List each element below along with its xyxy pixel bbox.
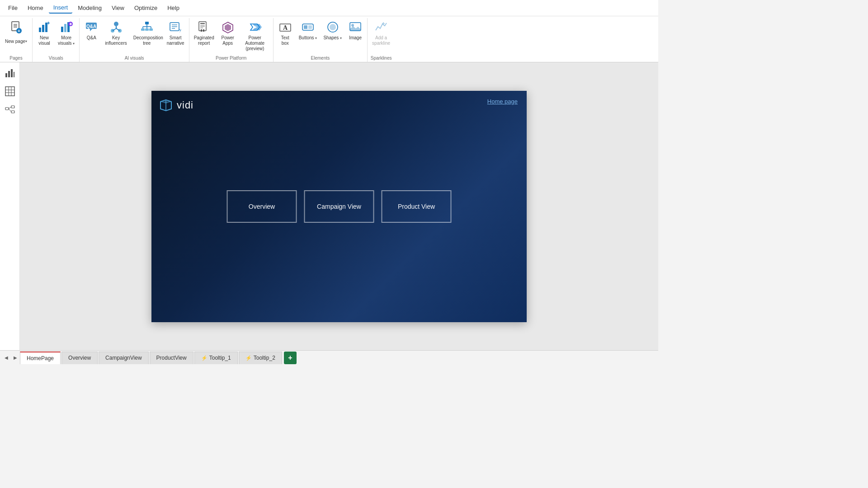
svg-rect-67 [5, 108, 9, 110]
svg-text:Q&A: Q&A [86, 24, 96, 29]
more-visuals-icon: ✦ [59, 20, 74, 34]
qa-label: Q&A [87, 35, 96, 41]
image-button[interactable]: Image [345, 18, 365, 42]
report-canvas: vidi Home page Overview Campaign View Pr… [151, 91, 527, 322]
buttons-button[interactable]: Buttons ▾ [296, 18, 320, 42]
decomposition-tree-icon [140, 20, 154, 34]
new-visual-label: Newvisual [38, 35, 50, 46]
main-area: vidi Home page Overview Campaign View Pr… [0, 62, 658, 350]
add-tab-button[interactable]: + [284, 352, 297, 364]
menu-home[interactable]: Home [23, 3, 48, 13]
shapes-button[interactable]: Shapes ▾ [321, 18, 344, 42]
text-box-label: Textbox [281, 35, 289, 46]
svg-rect-38 [200, 23, 205, 24]
svg-rect-69 [11, 111, 14, 113]
tooltip1-icon: ⚡ [201, 355, 208, 361]
key-influencers-icon [109, 20, 123, 34]
tab-homepage[interactable]: HomePage [20, 352, 61, 364]
vidi-logo-text: vidi [177, 99, 193, 111]
decomposition-tree-button[interactable]: Decompositiontree [131, 18, 163, 48]
elements-section-label: Elements [275, 54, 365, 62]
menu-help[interactable]: Help [163, 3, 184, 13]
new-page-button[interactable]: + New page ▾ [2, 18, 30, 46]
svg-rect-50 [304, 25, 307, 29]
menu-view[interactable]: View [107, 3, 129, 13]
menu-insert[interactable]: Insert [49, 2, 73, 14]
svg-rect-7 [42, 25, 44, 32]
power-automate-icon [248, 20, 262, 34]
sidebar-model-icon[interactable] [3, 102, 17, 117]
svg-rect-51 [308, 25, 312, 29]
ribbon-section-sparklines: Add asparkline Sparklines [368, 18, 395, 62]
svg-rect-6 [39, 28, 41, 32]
new-visual-icon [37, 20, 52, 34]
ribbon: + New page ▾ Pages [0, 16, 658, 62]
svg-line-70 [9, 107, 11, 109]
overview-nav-button[interactable]: Overview [227, 190, 297, 223]
menu-bar: File Home Insert Modeling View Optimize … [0, 0, 658, 16]
svg-point-55 [351, 24, 354, 27]
campaign-view-nav-button[interactable]: Campaign View [304, 190, 374, 223]
text-box-button[interactable]: A Textbox [275, 18, 295, 48]
bottom-bar: ◀ ▶ HomePage Overview CampaignView Produ… [0, 350, 658, 365]
ribbon-section-elements: A Textbox Buttons ▾ [274, 18, 368, 62]
product-view-nav-button[interactable]: Product View [382, 190, 452, 223]
add-sparkline-button[interactable]: Add asparkline [369, 18, 393, 48]
svg-line-71 [9, 109, 11, 112]
tab-tooltip2[interactable]: ⚡ Tooltip_2 [239, 352, 282, 364]
qa-button[interactable]: Q&A Q&A [81, 18, 101, 42]
home-page-link[interactable]: Home page [487, 98, 518, 105]
shapes-icon [326, 20, 340, 34]
key-influencers-button[interactable]: Keyinfluencers [102, 18, 129, 48]
image-label: Image [349, 35, 362, 41]
text-box-icon: A [278, 20, 292, 34]
menu-file[interactable]: File [4, 3, 22, 13]
svg-point-53 [330, 24, 336, 30]
tab-tooltip1-label: Tooltip_1 [209, 355, 231, 361]
svg-rect-60 [11, 69, 13, 77]
svg-rect-23 [145, 22, 149, 24]
canvas-area: vidi Home page Overview Campaign View Pr… [20, 62, 658, 350]
canvas-header: vidi Home page [151, 91, 527, 113]
tab-overview[interactable]: Overview [61, 352, 98, 364]
tab-tooltip1[interactable]: ⚡ Tooltip_1 [194, 352, 238, 364]
sidebar-chart-icon[interactable] [3, 66, 17, 80]
left-sidebar [0, 62, 20, 350]
smart-narrative-button[interactable]: Smartnarrative [164, 18, 187, 48]
sidebar-table-icon[interactable] [3, 84, 17, 99]
ribbon-section-power-platform: Paginatedreport PowerApps [189, 18, 274, 62]
new-page-label: New page [5, 39, 25, 44]
power-apps-label: PowerApps [222, 35, 234, 46]
new-visual-button[interactable]: Newvisual [34, 18, 54, 48]
power-apps-button[interactable]: PowerApps [218, 18, 238, 48]
svg-rect-61 [14, 72, 14, 77]
svg-rect-39 [200, 25, 205, 26]
ribbon-section-ai: Q&A Q&A Keyinfluencers [80, 18, 189, 62]
svg-rect-40 [200, 26, 205, 27]
more-visuals-button[interactable]: ✦ Morevisuals ▾ [55, 18, 77, 48]
qa-icon: Q&A [84, 20, 99, 34]
tab-scroll-right[interactable]: ▶ [11, 352, 20, 363]
svg-rect-30 [145, 28, 149, 31]
tooltip2-icon: ⚡ [245, 355, 252, 361]
svg-rect-43 [203, 29, 204, 32]
vidi-logo-icon [159, 98, 173, 113]
menu-optimize[interactable]: Optimize [130, 3, 162, 13]
new-page-chevron: ▾ [25, 39, 27, 43]
tab-campaignview[interactable]: CampaignView [99, 352, 149, 364]
tab-scroll-left[interactable]: ◀ [2, 352, 11, 363]
key-influencers-label: Keyinfluencers [105, 35, 127, 46]
new-page-icon: + [9, 21, 23, 38]
svg-text:A: A [283, 24, 288, 31]
power-automate-button[interactable]: Power Automate(preview) [239, 18, 271, 53]
tab-productview[interactable]: ProductView [150, 352, 193, 364]
pages-section-label: Pages [2, 54, 30, 62]
tab-tooltip2-label: Tooltip_2 [254, 355, 275, 361]
menu-modeling[interactable]: Modeling [73, 3, 106, 13]
more-visuals-label: Morevisuals ▾ [58, 35, 75, 46]
svg-rect-41 [200, 28, 203, 28]
svg-text:+: + [18, 28, 20, 33]
paginated-report-button[interactable]: Paginatedreport [191, 18, 217, 48]
svg-rect-11 [61, 27, 63, 32]
shapes-label: Shapes ▾ [323, 35, 342, 41]
